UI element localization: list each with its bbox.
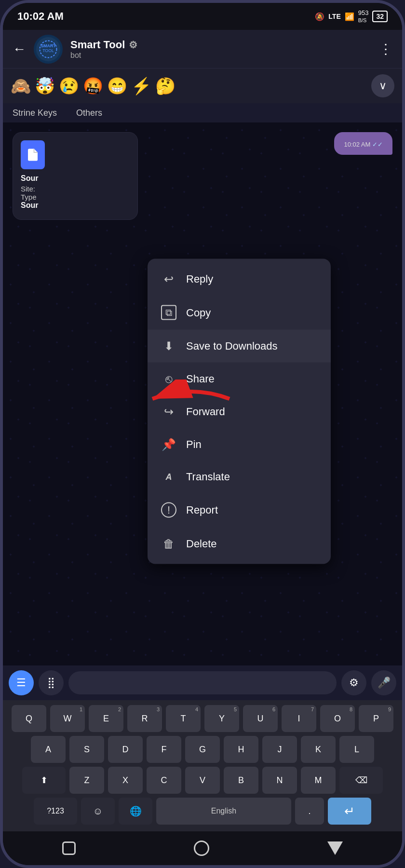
chat-info: Smart Tool ⚙ bot [70,39,371,60]
forward-label: Forward [186,406,225,418]
key-a[interactable]: A [31,736,66,763]
settings-button[interactable]: ⚙ [341,670,366,695]
back-button[interactable]: ← [13,41,26,57]
key-p[interactable]: P9 [359,705,393,732]
emoji-bar: 🙈 🤯 😢 🤬 😁 ⚡ 🤔 ∨ [3,68,402,103]
key-f[interactable]: F [147,736,181,763]
key-k[interactable]: K [301,736,336,763]
nav-square-button[interactable] [62,841,76,855]
apps-button[interactable]: ⣿ [39,670,64,695]
share-icon: ⎋ [161,372,176,386]
key-d[interactable]: D [108,736,143,763]
sent-message-bubble: 10:02 AM ✓✓ [334,132,392,155]
key-r[interactable]: R3 [127,705,162,732]
nav-home-button[interactable] [194,841,209,856]
gear-icon: ⚙ [129,39,137,51]
key-w[interactable]: W1 [50,705,85,732]
status-bar: 10:02 AM 🔕 LTE 📶 953B/S 32 [3,3,402,30]
key-u[interactable]: U6 [243,705,278,732]
reply-label: Reply [186,273,213,285]
emoji-grin[interactable]: 😁 [107,76,127,95]
file-source2-label: Sour [21,201,130,210]
menu-item-share[interactable]: ⎋ Share [148,363,331,395]
key-t[interactable]: T4 [166,705,201,732]
key-h[interactable]: H [224,736,258,763]
pin-icon: 📌 [161,438,176,451]
emoji-lightning[interactable]: ⚡ [131,76,151,95]
menu-toggle-button[interactable]: ☰ [9,670,34,695]
share-label: Share [186,373,215,385]
key-i[interactable]: I7 [282,705,316,732]
chat-area: 10:02 AM ✓✓ Sour Site: Type Sour ☰ ⣿ ⚙ 🎤 [3,122,402,700]
chat-header: ← SMART TOOL Smart Tool ⚙ bot ⋮ [3,30,402,68]
menu-item-report[interactable]: ! Report [148,493,331,528]
emoji-thinking[interactable]: 🤔 [155,76,176,95]
delete-icon: 🗑 [161,537,176,551]
keyboard-row-2: A S D F G H J K L [6,736,399,763]
nav-back-button[interactable] [327,841,343,855]
key-delete[interactable]: ⌫ [339,767,383,794]
key-space[interactable]: English [156,798,291,825]
chat-subtitle: bot [70,51,371,60]
keyboard: Q W1 E2 R3 T4 Y5 U6 I7 O8 P9 A S D F G H… [3,700,402,831]
keyboard-row-3: ⬆ Z X C V B N M ⌫ [6,767,399,794]
menu-button[interactable]: ⋮ [379,41,392,57]
tab-strine-keys[interactable]: Strine Keys [13,108,57,118]
message-input-field[interactable] [68,671,337,694]
emoji-cry[interactable]: 😢 [59,76,79,95]
file-message-bubble: Sour Site: Type Sour [13,132,138,220]
key-globe[interactable]: 🌐 [119,798,152,825]
key-j[interactable]: J [262,736,297,763]
file-type-label: Type [21,193,130,201]
tab-row: Strine Keys Others [3,103,402,122]
alt-signal-icon: 953B/S [358,9,369,24]
emoji-angry[interactable]: 🤬 [83,76,103,95]
bot-avatar: SMART TOOL [34,35,63,64]
keyboard-row-4: ?123 ☺ 🌐 English . ↵ [6,798,399,825]
pin-label: Pin [186,438,202,451]
key-shift[interactable]: ⬆ [22,767,66,794]
svg-text:SMART: SMART [40,43,56,48]
svg-text:TOOL: TOOL [42,48,54,53]
key-m[interactable]: M [301,767,336,794]
nav-bar [3,831,402,865]
key-c[interactable]: C [147,767,181,794]
key-l[interactable]: L [339,736,374,763]
key-symbols[interactable]: ?123 [34,798,77,825]
menu-item-translate[interactable]: A Translate [148,461,331,493]
menu-item-forward[interactable]: ↪ Forward [148,395,331,428]
menu-item-delete[interactable]: 🗑 Delete [148,528,331,560]
reply-icon: ↩ [161,272,176,286]
key-y[interactable]: Y5 [204,705,239,732]
key-g[interactable]: G [185,736,220,763]
menu-item-pin[interactable]: 📌 Pin [148,428,331,461]
key-z[interactable]: Z [69,767,104,794]
key-period[interactable]: . [295,798,324,825]
key-emoji[interactable]: ☺ [81,798,115,825]
key-n[interactable]: N [262,767,297,794]
key-v[interactable]: V [185,767,220,794]
status-time: 10:02 AM [17,10,64,23]
key-q[interactable]: Q [12,705,46,732]
emoji-expand-button[interactable]: ∨ [371,74,394,97]
emoji-monkey[interactable]: 🙈 [11,76,31,95]
key-x[interactable]: X [108,767,143,794]
key-enter[interactable]: ↵ [328,798,371,825]
mic-button[interactable]: 🎤 [371,670,396,695]
emoji-explode[interactable]: 🤯 [35,76,55,95]
report-icon: ! [161,502,176,518]
menu-item-reply[interactable]: ↩ Reply [148,263,331,296]
key-o[interactable]: O8 [320,705,355,732]
message-timestamp: 10:02 AM ✓✓ [344,141,383,148]
key-s[interactable]: S [69,736,104,763]
menu-item-copy[interactable]: ⧉ Copy [148,296,331,330]
key-e[interactable]: E2 [89,705,123,732]
bars-icon: 📶 [345,12,354,21]
delete-label: Delete [186,538,217,550]
signal-icon: LTE [328,13,340,20]
key-b[interactable]: B [224,767,258,794]
status-icons: 🔕 LTE 📶 953B/S 32 [315,9,388,24]
copy-label: Copy [186,306,211,319]
tab-others[interactable]: Others [76,108,102,118]
menu-item-save-downloads[interactable]: ⬇ Save to Downloads [148,330,331,363]
